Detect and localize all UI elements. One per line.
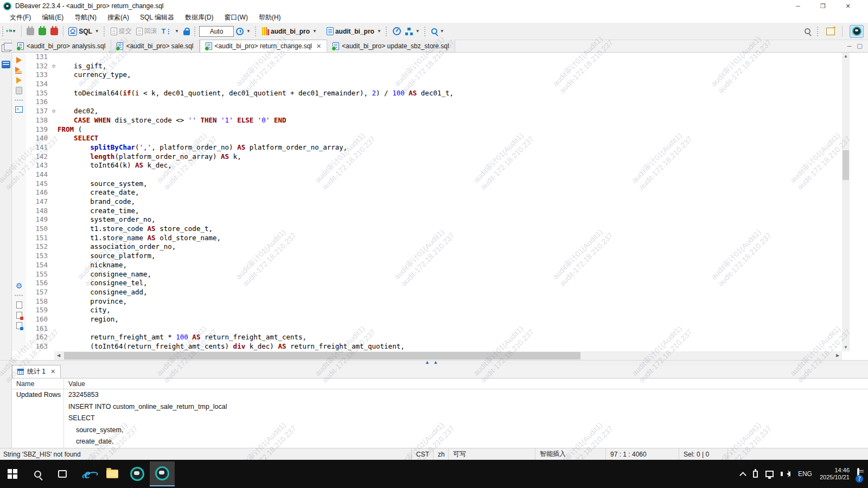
chevron-down-icon[interactable]: ▼ — [12, 29, 16, 34]
code-line-139[interactable]: 139FROM ( — [26, 125, 842, 134]
code-editor[interactable]: 131132⊖ is_gift,133 currency_type,134135… — [26, 53, 842, 351]
code-line-152[interactable]: 152 association_order_no, — [26, 242, 842, 252]
dbeaver-taskbar-button[interactable] — [125, 461, 150, 486]
sql-console-icon[interactable]: >_ — [15, 106, 23, 113]
scroll-down-icon[interactable]: ▼ — [842, 344, 850, 351]
sql-editor-button[interactable]: ⎐ SQL ▼ — [66, 25, 101, 37]
code-line-135[interactable]: 135 toDecimal64(if(i < k, dec01_quotient… — [26, 89, 842, 98]
schema-selector[interactable]: audit_bi_pro ▼ — [324, 25, 384, 37]
explain-plan-icon[interactable] — [16, 87, 22, 94]
column-header-value[interactable]: Value — [64, 378, 868, 389]
code-line-156[interactable]: 156 consignee_tel, — [26, 279, 842, 288]
transaction-log-button[interactable]: ▼ — [234, 26, 253, 37]
code-line-131[interactable]: 131 — [26, 53, 842, 62]
menu-item-4[interactable]: SQL 编辑器 — [135, 12, 180, 23]
menu-item-7[interactable]: 帮助(H) — [253, 12, 286, 23]
code-line-150[interactable]: 150 t1.store_code AS store_code_t, — [26, 224, 842, 234]
vertical-scroll-thumb[interactable] — [843, 150, 849, 180]
open-perspective-icon[interactable] — [826, 28, 835, 35]
chevron-down-icon[interactable]: ▼ — [246, 29, 251, 34]
vertical-scrollbar[interactable]: ▲ ▼ — [842, 53, 850, 351]
close-icon[interactable]: ✕ — [316, 43, 321, 50]
fold-marker-icon[interactable]: ⊖ — [50, 107, 58, 116]
execute-new-tab-icon[interactable] — [16, 77, 22, 84]
rollback-button[interactable]: 回滚 — [134, 25, 159, 37]
er-diagram-button[interactable]: ▼ — [403, 26, 422, 37]
internet-explorer-button[interactable]: e — [75, 461, 100, 486]
database-navigator-icon[interactable] — [2, 61, 10, 68]
quick-search-icon[interactable] — [805, 28, 810, 34]
code-line-155[interactable]: 155 consignee_name, — [26, 270, 842, 279]
dashboard-button[interactable] — [391, 25, 403, 37]
disconnect-button[interactable] — [48, 26, 60, 37]
execute-script-icon[interactable] — [15, 67, 23, 74]
search-button[interactable]: ▼ — [429, 27, 446, 36]
log-file-icon[interactable] — [16, 301, 22, 309]
code-line-153[interactable]: 153 source_platform, — [26, 252, 842, 261]
connection-selector[interactable]: audit_bi_pro ▼ — [260, 25, 319, 37]
table-row[interactable]: SELECT — [12, 413, 868, 425]
code-line-132[interactable]: 132⊖ is_gift, — [26, 62, 842, 71]
new-connection-button[interactable]: + ▼ — [7, 27, 18, 35]
editor-tab-3[interactable]: <audit_bi_pro> update_sbz_store.sql — [327, 40, 455, 52]
commit-mode-combo[interactable]: Auto — [199, 26, 234, 37]
panel-restore-arrows-icon[interactable]: ▲ ▲ — [425, 359, 439, 365]
tray-expand-icon[interactable] — [739, 472, 746, 479]
chevron-down-icon[interactable]: ▼ — [312, 29, 317, 34]
scroll-right-icon[interactable]: ▶ — [833, 351, 842, 360]
code-line-133[interactable]: 133 currency_type, — [26, 70, 842, 80]
table-row[interactable]: create_date, — [12, 436, 868, 448]
code-line-147[interactable]: 147 brand_code, — [26, 197, 842, 207]
language-indicator[interactable]: ENG — [798, 470, 812, 478]
network-icon[interactable] — [765, 471, 774, 477]
menu-item-1[interactable]: 编辑(E) — [36, 12, 69, 23]
editor-tab-1[interactable]: <audit_bi_pro> sale.sql — [111, 40, 199, 52]
code-line-140[interactable]: 140 SELECT — [26, 134, 842, 143]
chevron-down-icon[interactable]: ▼ — [175, 29, 179, 34]
code-line-154[interactable]: 154 nickname, — [26, 261, 842, 270]
speaker-icon[interactable] — [787, 471, 790, 477]
task-view-button[interactable] — [50, 461, 75, 486]
column-header-name[interactable]: Name — [12, 378, 64, 389]
dbeaver-perspective-button[interactable] — [850, 25, 864, 38]
horizontal-scrollbar[interactable]: ◀ ▶ — [54, 351, 842, 360]
usb-icon[interactable] — [753, 471, 758, 478]
code-line-151[interactable]: 151 t1.store_name AS old_store_name, — [26, 234, 842, 243]
code-line-141[interactable]: 141 splitByChar(',', platform_order_no) … — [26, 143, 842, 152]
horizontal-scroll-thumb[interactable] — [64, 352, 580, 359]
code-line-143[interactable]: 143 toInt64(k) AS k_dec, — [26, 161, 842, 170]
minimize-view-icon[interactable]: ─ — [847, 43, 852, 49]
chevron-down-icon[interactable]: ▼ — [95, 29, 99, 34]
taskbar-search-button[interactable] — [25, 461, 50, 486]
code-line-159[interactable]: 159 city, — [26, 306, 842, 315]
taskbar-clock[interactable]: 14:46 2025/10/21 — [820, 467, 850, 481]
code-line-142[interactable]: 142 length(platform_order_no_array) AS k… — [26, 152, 842, 162]
menu-item-3[interactable]: 搜索(A) — [102, 12, 135, 23]
menu-item-5[interactable]: 数据库(D) — [180, 12, 219, 23]
menu-item-6[interactable]: 窗口(W) — [219, 12, 253, 23]
scroll-up-icon[interactable]: ▲ — [842, 53, 850, 60]
restore-panes-icon[interactable] — [2, 44, 10, 52]
code-line-160[interactable]: 160 region, — [26, 315, 842, 324]
code-line-134[interactable]: 134 — [26, 80, 842, 89]
code-line-162[interactable]: 162 return_freight_amt * 100 AS return_f… — [26, 333, 842, 342]
code-line-136[interactable]: 136 — [26, 98, 842, 107]
fold-marker-icon[interactable]: ⊖ — [50, 62, 58, 71]
output-file-icon[interactable] — [16, 322, 22, 329]
start-button[interactable] — [0, 461, 25, 486]
panel-divider[interactable]: ▲ ▲ — [0, 360, 868, 365]
chevron-down-icon[interactable]: ▼ — [377, 29, 381, 34]
stats-tab[interactable]: 统计 1 ✕ — [12, 365, 61, 378]
editor-tab-2[interactable]: <audit_bi_pro> return_change.sql✕ — [200, 40, 328, 52]
reconnect-button[interactable] — [36, 26, 48, 37]
error-log-icon[interactable] — [16, 312, 22, 319]
file-explorer-button[interactable] — [100, 461, 125, 486]
code-line-148[interactable]: 148 create_time, — [26, 207, 842, 216]
execute-statement-icon[interactable] — [16, 57, 22, 63]
code-line-138[interactable]: 138 CASE WHEN dis_store_code <> '' THEN … — [26, 116, 842, 125]
transaction-mode-button[interactable]: T⋮ ▼ — [159, 26, 181, 37]
code-line-161[interactable]: 161 — [26, 324, 842, 333]
maximize-view-icon[interactable]: ▢ — [857, 42, 863, 49]
connect-button[interactable] — [24, 26, 36, 37]
menu-item-0[interactable]: 文件(F) — [4, 12, 36, 23]
